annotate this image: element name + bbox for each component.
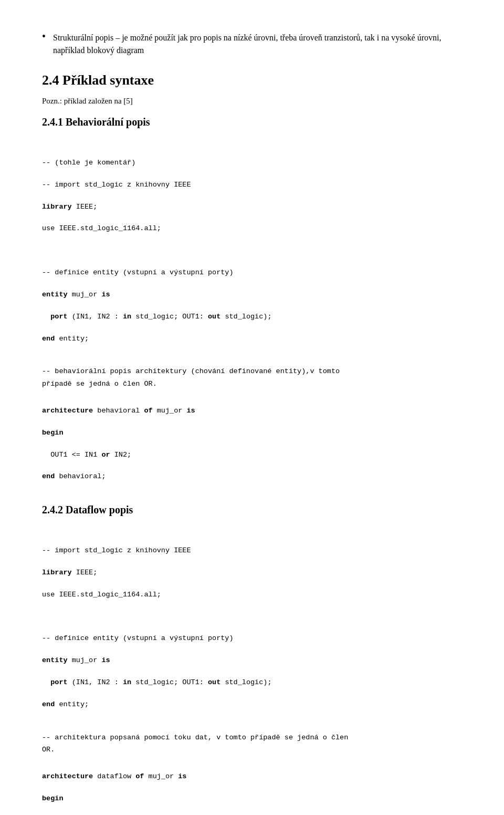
- arch-line-4: end behavioral;: [42, 471, 462, 482]
- code-comment-2: -- import std_logic z knihovny IEEE: [42, 180, 462, 191]
- code2-comment-1: -- import std_logic z knihovny IEEE: [42, 545, 462, 556]
- arch-code-dataflow: architecture dataflow of muj_or is begin…: [42, 760, 462, 815]
- code-end-entity: end entity;: [42, 334, 462, 345]
- subsection-2-4-2-title: 2.4.2 Dataflow popis: [42, 504, 462, 516]
- code-entity-line: entity muj_or is: [42, 290, 462, 301]
- code2-end-entity: end entity;: [42, 699, 462, 710]
- arch-line-3: OUT1 <= IN1 or IN2;: [42, 450, 462, 461]
- code2-comment-4: -- definice entity (vstupní a výstupní p…: [42, 633, 462, 644]
- arch-line-1: architecture behavioral of muj_or is: [42, 406, 462, 417]
- code-line-3: library IEEE;: [42, 202, 462, 213]
- code2-blank: [42, 612, 462, 623]
- code2-line-3: use IEEE.std_logic_1164.all;: [42, 590, 462, 601]
- code2-entity-line: entity muj_or is: [42, 655, 462, 666]
- code-blank-1: [42, 245, 462, 256]
- section-2-4-title: 2.4 Příklad syntaxe: [42, 73, 462, 88]
- arch-code-behavioral: architecture behavioral of muj_or is beg…: [42, 395, 462, 493]
- code-port-line: port (IN1, IN2 : in std_logic; OUT1: out…: [42, 312, 462, 323]
- code-block-1: -- (tohle je komentář) -- import std_log…: [42, 136, 462, 355]
- code-comment-5: -- definice entity (vstupní a výstupní p…: [42, 267, 462, 278]
- prose-comment-behavioral: -- behaviorální popis architektury (chov…: [42, 365, 462, 389]
- bullet-text: Strukturální popis – je možné použít jak…: [53, 32, 462, 57]
- code2-line-2: library IEEE;: [42, 568, 462, 579]
- subsection-2-4-1-title: 2.4.1 Behaviorální popis: [42, 116, 462, 128]
- arch2-line-2: begin: [42, 793, 462, 804]
- code-block-2: -- import std_logic z knihovny IEEE libr…: [42, 523, 462, 721]
- code-line-4: use IEEE.std_logic_1164.all;: [42, 223, 462, 234]
- bullet-section: • Strukturální popis – je možné použít j…: [42, 32, 462, 57]
- arch-line-2: begin: [42, 428, 462, 439]
- code-comment-1: -- (tohle je komentář): [42, 158, 462, 169]
- arch2-line-1: architecture dataflow of muj_or is: [42, 771, 462, 782]
- bullet-item: • Strukturální popis – je možné použít j…: [42, 32, 462, 57]
- bullet-dot: •: [42, 30, 46, 43]
- code2-port-line: port (IN1, IN2 : in std_logic; OUT1: out…: [42, 677, 462, 688]
- prose-comment-dataflow: -- architektura popsaná pomocí toku dat,…: [42, 731, 462, 756]
- section-note: Pozn.: příklad založen na [5]: [42, 97, 462, 106]
